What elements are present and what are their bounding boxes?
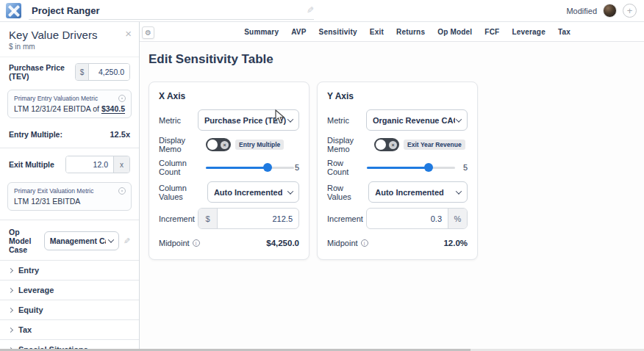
entry-metric-label: Primary Entry Valuation Metric <box>14 95 125 102</box>
info-icon: i <box>193 239 200 247</box>
x-axis-title: X Axis <box>159 91 299 101</box>
top-right-group: Modified + <box>566 4 637 18</box>
edit-case-pencil-icon[interactable]: ✎ <box>124 236 130 246</box>
driver-sections: Entry Leverage Equity Tax Special Situat… <box>0 260 139 351</box>
y-count-value: 5 <box>463 163 468 172</box>
x-display-memo-toggle[interactable]: × <box>206 138 231 151</box>
x-midpoint-value: $4,250.0 <box>266 239 299 247</box>
x-increment-input[interactable]: $ 212.5 <box>198 208 299 229</box>
sidebar-item-entry[interactable]: Entry <box>0 261 139 281</box>
y-axis-title: Y Axis <box>327 91 468 101</box>
x-values-select[interactable]: Auto Incremented <box>207 181 299 203</box>
model-tabs: Summary AVP Sensitivity Exit Returns Op … <box>140 22 644 42</box>
purchase-price-input[interactable]: $ 4,250.0 <box>75 63 130 81</box>
chevron-down-icon <box>456 188 462 194</box>
display-memo-label: Display Memo <box>327 136 374 153</box>
primary-exit-valuation-card[interactable]: Primary Exit Valuation Metric LTM 12/31 … <box>7 182 132 211</box>
close-icon[interactable]: × <box>125 29 132 39</box>
chevron-down-icon <box>456 116 462 122</box>
slider-handle[interactable] <box>424 163 433 172</box>
x-count-value: 5 <box>295 163 299 172</box>
op-model-case-select[interactable]: Management Case <box>44 231 119 250</box>
entry-metric-text: LTM 12/31/24 EBITDA of <box>14 104 99 113</box>
exit-metric-text: LTM 12/31 EBITDA <box>14 197 125 206</box>
dollar-prefix: $ <box>198 209 218 228</box>
x-increment-value[interactable]: 212.5 <box>218 209 298 228</box>
y-increment-input[interactable]: 0.3 % <box>366 208 468 229</box>
entry-multiple-value: 12.5x <box>110 130 130 139</box>
settings-gear-tab[interactable] <box>142 26 154 39</box>
user-avatar[interactable] <box>603 4 617 18</box>
tab-fcf[interactable]: FCF <box>484 28 499 36</box>
chevron-down-icon <box>287 188 293 194</box>
increment-label: Increment <box>327 214 363 223</box>
midpoint-label: Midpoint <box>327 239 358 247</box>
exit-multiple-value[interactable]: 12.0 <box>66 156 113 173</box>
purchase-price-value[interactable]: 4,250.0 <box>89 64 129 80</box>
y-count-slider[interactable] <box>367 163 455 172</box>
exit-multiple-label: Exit Multiple <box>9 160 54 169</box>
x-memo-badge: Entry Multiple <box>235 140 284 150</box>
purchase-price-label: Purchase Price (TEV) <box>9 63 75 81</box>
y-metric-value: Organic Revenue CAGR <box>373 116 455 125</box>
section-label: Entry <box>18 266 39 275</box>
metric-label: Metric <box>159 116 181 125</box>
op-model-case-row: Op Model Case Management Case ✎ <box>0 222 139 260</box>
chevron-down-icon <box>108 236 114 242</box>
y-axis-card: Y Axis Metric Organic Revenue CAGR Displ… <box>317 82 478 260</box>
exit-multiple-row: Exit Multiple 12.0 x <box>0 150 139 179</box>
exit-metric-label: Primary Exit Valuation Metric <box>14 187 125 195</box>
add-user-button[interactable]: + <box>623 4 637 18</box>
sidebar-item-leverage[interactable]: Leverage <box>0 281 139 300</box>
tab-exit[interactable]: Exit <box>370 28 384 36</box>
exit-multiple-input[interactable]: 12.0 x <box>65 156 130 173</box>
tab-returns[interactable]: Returns <box>396 28 425 36</box>
entry-multiple-label: Entry Multiple: <box>9 130 62 139</box>
tab-op-model[interactable]: Op Model <box>437 28 472 36</box>
project-title[interactable]: Project Ranger <box>29 5 99 16</box>
section-label: Equity <box>18 305 43 314</box>
metric-sync-icon[interactable] <box>118 95 126 102</box>
chevron-right-icon <box>8 307 13 312</box>
tab-summary[interactable]: Summary <box>244 28 279 36</box>
page-title: Edit Sensitivity Table <box>149 52 644 67</box>
divider <box>0 148 139 148</box>
entry-multiple-row: Entry Multiple: 12.5x <box>0 124 139 145</box>
tab-avp[interactable]: AVP <box>291 28 306 36</box>
panel-title: Key Value Drivers <box>9 29 98 41</box>
y-values-select[interactable]: Auto Incremented <box>368 181 468 203</box>
chevron-down-icon <box>287 116 293 122</box>
y-midpoint-value: 12.0% <box>443 239 468 247</box>
y-increment-value[interactable]: 0.3 <box>367 209 448 228</box>
column-count-label: Column Count <box>159 159 206 176</box>
sidebar-item-tax[interactable]: Tax <box>0 320 139 340</box>
x-count-slider[interactable] <box>206 163 294 172</box>
y-display-memo-toggle[interactable]: × <box>374 138 399 151</box>
section-label: Tax <box>18 325 32 334</box>
tab-sensitivity[interactable]: Sensitivity <box>319 28 357 36</box>
toggle-off-x-icon: × <box>389 141 397 149</box>
slider-handle[interactable] <box>263 163 272 172</box>
app-logo-icon <box>6 3 21 18</box>
project-title-field[interactable]: Project Ranger ✎ <box>29 2 314 20</box>
key-value-drivers-panel: Key Value Drivers × $ in mm Purchase Pri… <box>0 22 140 349</box>
edit-title-pencil-icon[interactable]: ✎ <box>305 5 314 15</box>
metric-sync-icon[interactable] <box>118 187 126 195</box>
sidebar-item-equity[interactable]: Equity <box>0 300 139 320</box>
multiple-suffix: x <box>113 156 129 173</box>
x-metric-select[interactable]: Purchase Price (TEV) <box>198 109 299 131</box>
primary-entry-valuation-card[interactable]: Primary Entry Valuation Metric LTM 12/31… <box>7 90 132 118</box>
x-axis-card: X Axis Metric Purchase Price (TEV) Displ… <box>149 82 310 260</box>
y-metric-select[interactable]: Organic Revenue CAGR <box>366 109 468 131</box>
tab-leverage[interactable]: Leverage <box>512 28 545 36</box>
modified-status: Modified <box>566 7 597 15</box>
main-area: Summary AVP Sensitivity Exit Returns Op … <box>140 22 644 349</box>
entry-metric-value[interactable]: $340.5 <box>101 104 125 113</box>
dollar-prefix: $ <box>76 64 89 80</box>
tab-tax[interactable]: Tax <box>558 28 570 36</box>
divider <box>0 220 139 220</box>
metric-label: Metric <box>327 116 349 125</box>
app-window: Project Ranger ✎ Modified + Key Value Dr… <box>0 0 644 351</box>
info-icon: i <box>361 239 368 247</box>
toggle-off-x-icon: × <box>221 141 229 149</box>
